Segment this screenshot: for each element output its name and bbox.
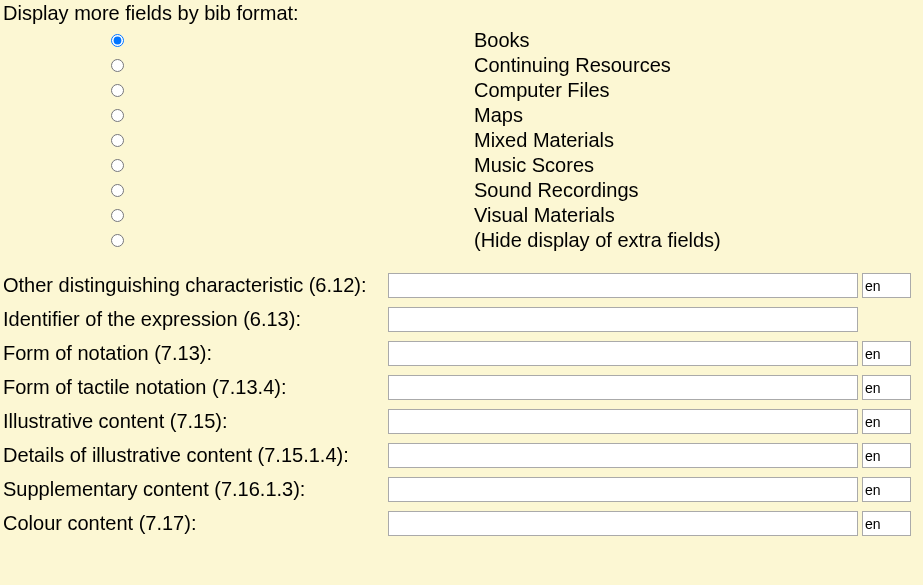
bib-format-label: Books [474, 27, 920, 52]
field-lang-input[interactable] [862, 477, 911, 502]
field-lang-input[interactable] [862, 273, 911, 298]
bib-format-radio[interactable] [111, 84, 124, 97]
field-label: Details of illustrative content (7.15.1.… [3, 444, 388, 467]
field-lang-input[interactable] [862, 409, 911, 434]
bib-format-radio[interactable] [111, 134, 124, 147]
field-row: Details of illustrative content (7.15.1.… [3, 442, 920, 469]
field-lang-input[interactable] [862, 511, 911, 536]
field-input[interactable] [388, 477, 858, 502]
bib-format-label: Continuing Resources [474, 52, 920, 77]
field-input[interactable] [388, 375, 858, 400]
field-row: Form of notation (7.13): [3, 340, 920, 367]
field-input[interactable] [388, 307, 858, 332]
bib-format-radio-group: BooksContinuing ResourcesComputer FilesM… [3, 27, 920, 252]
bib-format-radio[interactable] [111, 209, 124, 222]
fields-section: Other distinguishing characteristic (6.1… [3, 272, 920, 537]
field-row: Form of tactile notation (7.13.4): [3, 374, 920, 401]
bib-format-radio[interactable] [111, 59, 124, 72]
field-label: Form of tactile notation (7.13.4): [3, 376, 388, 399]
field-input[interactable] [388, 511, 858, 536]
bib-format-radio[interactable] [111, 234, 124, 247]
field-row: Identifier of the expression (6.13): [3, 306, 920, 333]
bib-format-label: Maps [474, 102, 920, 127]
field-label: Identifier of the expression (6.13): [3, 308, 388, 331]
field-lang-input[interactable] [862, 375, 911, 400]
bib-format-label: Sound Recordings [474, 177, 920, 202]
field-label: Supplementary content (7.16.1.3): [3, 478, 388, 501]
field-lang-input[interactable] [862, 341, 911, 366]
field-label: Other distinguishing characteristic (6.1… [3, 274, 388, 297]
field-input[interactable] [388, 273, 858, 298]
field-input[interactable] [388, 443, 858, 468]
bib-format-label: Music Scores [474, 152, 920, 177]
bib-format-label: Computer Files [474, 77, 920, 102]
field-label: Form of notation (7.13): [3, 342, 388, 365]
field-input[interactable] [388, 341, 858, 366]
bib-format-radio[interactable] [111, 184, 124, 197]
bib-format-radio[interactable] [111, 159, 124, 172]
bib-format-label: Mixed Materials [474, 127, 920, 152]
field-input[interactable] [388, 409, 858, 434]
bib-format-label: Visual Materials [474, 202, 920, 227]
bib-format-radio[interactable] [111, 109, 124, 122]
field-lang-input[interactable] [862, 443, 911, 468]
field-row: Other distinguishing characteristic (6.1… [3, 272, 920, 299]
bib-format-radio[interactable] [111, 34, 124, 47]
field-row: Illustrative content (7.15): [3, 408, 920, 435]
field-label: Colour content (7.17): [3, 512, 388, 535]
bib-format-label: (Hide display of extra fields) [474, 227, 920, 252]
field-row: Supplementary content (7.16.1.3): [3, 476, 920, 503]
field-row: Colour content (7.17): [3, 510, 920, 537]
bib-format-heading: Display more fields by bib format: [3, 2, 920, 25]
field-label: Illustrative content (7.15): [3, 410, 388, 433]
